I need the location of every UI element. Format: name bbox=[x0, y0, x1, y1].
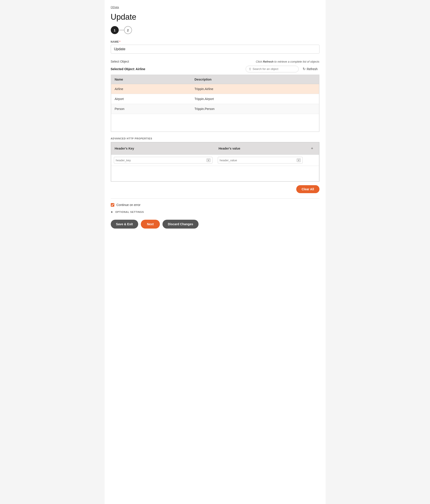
breadcrumb[interactable]: OData bbox=[111, 6, 119, 9]
add-column: + bbox=[305, 143, 319, 155]
refresh-label: Refresh bbox=[307, 67, 317, 71]
refresh-icon: ↻ bbox=[303, 67, 306, 71]
row-description: Trippin.Person bbox=[191, 104, 319, 114]
discard-button[interactable]: Discard Changes bbox=[162, 220, 198, 229]
selected-object-row: Selected Object: Airline ⚲ ↻ Refresh bbox=[111, 65, 319, 72]
name-label: NAME* bbox=[111, 40, 319, 43]
bottom-buttons: Save & Exit Next Discard Changes bbox=[111, 220, 319, 229]
var-badge-key: V bbox=[206, 158, 210, 162]
http-table: Header's Key Header's value + V bbox=[111, 142, 319, 181]
save-exit-button[interactable]: Save & Exit bbox=[111, 220, 138, 229]
search-refresh-row: ⚲ ↻ Refresh bbox=[246, 65, 319, 72]
selected-object-text: Selected Object: Airline bbox=[111, 67, 145, 71]
header-value-input[interactable] bbox=[220, 159, 296, 162]
search-icon: ⚲ bbox=[249, 67, 251, 71]
key-cell: V bbox=[111, 155, 215, 166]
header-key-input[interactable] bbox=[116, 159, 205, 162]
name-input[interactable] bbox=[111, 45, 319, 54]
col-header-value: Header's value bbox=[215, 143, 305, 155]
next-button[interactable]: Next bbox=[141, 220, 160, 229]
chevron-right-icon: ► bbox=[111, 210, 114, 214]
step-connector bbox=[119, 30, 124, 30]
continue-on-error-checkbox[interactable] bbox=[111, 203, 114, 207]
object-table: Name Description Airline Trippin.Airline… bbox=[111, 75, 319, 132]
page-title: Update bbox=[111, 12, 319, 22]
step-indicators: 1 2 bbox=[111, 26, 319, 34]
clear-all-button[interactable]: Clear All bbox=[296, 185, 319, 193]
search-box[interactable]: ⚲ bbox=[246, 66, 299, 72]
value-cell: V bbox=[215, 155, 305, 166]
row-description: Trippin.Airport bbox=[191, 94, 319, 104]
clear-all-row: Clear All bbox=[111, 185, 319, 193]
search-input[interactable] bbox=[253, 67, 295, 71]
table-header-row: Name Description bbox=[111, 75, 319, 84]
http-row: V V bbox=[111, 155, 319, 166]
refresh-button[interactable]: ↻ Refresh bbox=[301, 65, 319, 72]
http-empty-row bbox=[111, 166, 319, 181]
select-object-header: Select Object Click Refresh to retrieve … bbox=[111, 60, 319, 63]
required-star: * bbox=[119, 40, 121, 43]
continue-on-error-label: Continue on error bbox=[116, 203, 140, 207]
var-badge-value: V bbox=[297, 158, 300, 162]
step-2-circle[interactable]: 2 bbox=[124, 26, 132, 34]
row-name: Person bbox=[111, 104, 191, 114]
row-name: Airline bbox=[111, 84, 191, 94]
http-table-wrapper: Header's Key Header's value + V bbox=[111, 142, 319, 182]
col-description: Description bbox=[191, 75, 319, 84]
action-cell bbox=[305, 155, 319, 166]
select-object-label: Select Object bbox=[111, 60, 129, 63]
step-1-circle[interactable]: 1 bbox=[111, 26, 119, 34]
optional-settings-row[interactable]: ► OPTIONAL SETTINGS bbox=[111, 210, 319, 214]
key-input-wrapper[interactable]: V bbox=[114, 157, 212, 163]
col-header-key: Header's Key bbox=[111, 143, 215, 155]
refresh-hint: Click Refresh to retrieve a complete lis… bbox=[256, 60, 319, 63]
add-row-button[interactable]: + bbox=[309, 145, 316, 152]
table-row[interactable]: Person Trippin.Person bbox=[111, 104, 319, 114]
optional-settings-label: OPTIONAL SETTINGS bbox=[115, 211, 144, 213]
table-row[interactable]: Airline Trippin.Airline bbox=[111, 84, 319, 94]
value-input-wrapper[interactable]: V bbox=[218, 157, 303, 163]
col-name: Name bbox=[111, 75, 191, 84]
table-empty-row bbox=[111, 114, 319, 132]
table-row[interactable]: Airport Trippin.Airport bbox=[111, 94, 319, 104]
advanced-http-label: ADVANCED HTTP PROPERTIES bbox=[111, 137, 319, 140]
continue-on-error-row: Continue on error bbox=[111, 203, 319, 207]
divider bbox=[111, 198, 319, 199]
row-name: Airport bbox=[111, 94, 191, 104]
row-description: Trippin.Airline bbox=[191, 84, 319, 94]
object-table-wrapper: Name Description Airline Trippin.Airline… bbox=[111, 75, 319, 132]
http-header-row: Header's Key Header's value + bbox=[111, 143, 319, 155]
